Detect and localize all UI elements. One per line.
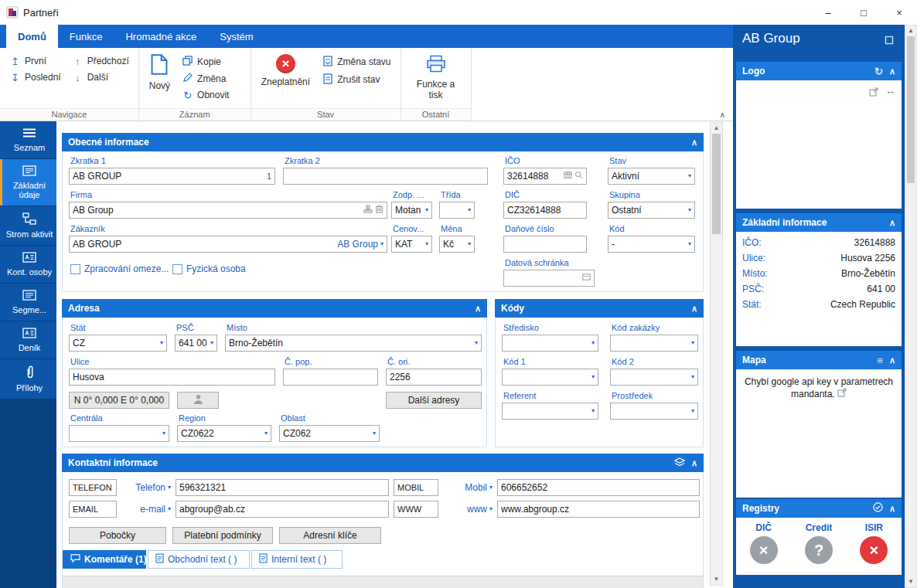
- contact-kind-combo[interactable]: e-mail ▾: [120, 501, 171, 518]
- tab-domu[interactable]: Domů: [6, 25, 58, 48]
- tab-obchodni-text[interactable]: Obchodní text ( ): [148, 550, 250, 569]
- zakaznik-link[interactable]: AB Group: [337, 239, 378, 250]
- next-record-button[interactable]: ↓ Další: [69, 70, 132, 84]
- cislo-orientacni-input[interactable]: 2256: [386, 369, 482, 386]
- stat-combo[interactable]: CZ ▾: [69, 335, 167, 352]
- contact-value-input[interactable]: abgroup@ab.cz: [176, 501, 389, 518]
- previous-record-button[interactable]: ↑ Předchozí: [69, 54, 132, 68]
- contact-type-input[interactable]: WWW: [394, 501, 438, 518]
- change-state-button[interactable]: Změna stavu: [319, 54, 394, 70]
- scrollbar-thumb[interactable]: [907, 36, 915, 183]
- tab-komentare[interactable]: Komentáře (1): [63, 550, 146, 569]
- kod2-combo[interactable]: ▾: [610, 369, 698, 386]
- trida-combo[interactable]: ▾: [439, 202, 475, 219]
- scroll-up-arrow[interactable]: ▲: [711, 123, 722, 134]
- open-external-icon[interactable]: [869, 86, 878, 100]
- skupina-combo[interactable]: Ostatní ▾: [608, 202, 695, 219]
- contact-value-input[interactable]: www.abgroup.cz: [497, 501, 700, 518]
- sidebar-item-segmentace[interactable]: Segme...: [0, 284, 56, 321]
- checkbox[interactable]: [172, 264, 182, 274]
- pin-icon[interactable]: [885, 34, 894, 48]
- collapse-icon[interactable]: ∧: [889, 505, 895, 513]
- refresh-button[interactable]: ↻ Obnovit: [179, 88, 232, 102]
- scroll-up-arrow[interactable]: ▲: [905, 25, 916, 36]
- zkratka1-input[interactable]: AB GROUP 1: [69, 168, 275, 185]
- platebni-podminky-button[interactable]: Platební podmínky: [172, 527, 273, 544]
- sidebar-item-denik[interactable]: Deník: [0, 321, 56, 359]
- collapse-icon[interactable]: ∧: [889, 67, 895, 76]
- referent-combo[interactable]: ▾: [502, 403, 598, 420]
- new-record-button[interactable]: Nový: [145, 53, 174, 93]
- sidebar-item-zakladni-udaje[interactable]: Základní údaje: [0, 159, 56, 206]
- collapse-icon[interactable]: ∧: [691, 304, 697, 313]
- region-combo[interactable]: CZ0622 ▾: [177, 425, 271, 442]
- collapse-icon[interactable]: ∧: [889, 219, 895, 227]
- mena-combo[interactable]: Kč ▾: [439, 236, 475, 253]
- collapse-icon[interactable]: ∧: [691, 459, 697, 467]
- open-map-icon[interactable]: [837, 389, 847, 399]
- contact-kind-combo[interactable]: Mobil ▾: [441, 479, 493, 496]
- kod-combo[interactable]: - ▾: [608, 236, 695, 253]
- collapse-icon[interactable]: ∧: [691, 138, 697, 147]
- firma-input[interactable]: AB Group: [69, 202, 387, 219]
- dalsi-adresy-button[interactable]: Další adresy: [386, 392, 482, 409]
- stredisko-combo[interactable]: ▾: [502, 335, 598, 352]
- minimize-button[interactable]: –: [810, 0, 846, 25]
- datova-schranka-input[interactable]: [503, 270, 595, 287]
- panel-scrollbar[interactable]: ▲ ▼: [905, 25, 917, 588]
- sidebar-item-strom-aktivit[interactable]: Strom aktivit: [0, 206, 56, 245]
- cancel-state-button[interactable]: Zrušit stav: [319, 72, 394, 87]
- checkbox[interactable]: [70, 264, 80, 274]
- contact-type-input[interactable]: EMAIL: [69, 501, 117, 518]
- centrala-combo[interactable]: ▾: [69, 425, 169, 442]
- kod-zakazky-combo[interactable]: ▾: [610, 335, 698, 352]
- collapse-icon[interactable]: ∧: [889, 356, 895, 365]
- functions-print-button[interactable]: Funkce a tisk: [407, 53, 465, 102]
- close-button[interactable]: ×: [881, 0, 917, 25]
- org-chart-icon[interactable]: [363, 205, 373, 216]
- layers-icon[interactable]: [674, 457, 685, 469]
- invalidate-button[interactable]: × Zneplatnění: [257, 53, 314, 89]
- danove-cislo-input[interactable]: [503, 236, 587, 253]
- check-circle-icon[interactable]: [873, 502, 883, 515]
- tab-funkce[interactable]: Funkce: [58, 25, 114, 48]
- contact-type-input[interactable]: TELEFON: [69, 479, 117, 496]
- ulice-input[interactable]: Husova: [69, 369, 275, 386]
- mailbox-icon[interactable]: [582, 273, 591, 284]
- edit-button[interactable]: Změna: [179, 71, 232, 86]
- lookup-icon[interactable]: [574, 171, 583, 182]
- adresni-klice-button[interactable]: Adresní klíče: [279, 527, 381, 544]
- contact-value-input[interactable]: 606652652: [497, 479, 700, 496]
- cislo-popisne-input[interactable]: [283, 369, 378, 386]
- contact-kind-combo[interactable]: www ▾: [441, 501, 493, 518]
- psc-combo[interactable]: 641 00 ▾: [175, 335, 217, 352]
- scroll-down-arrow[interactable]: ▼: [711, 574, 722, 585]
- grid-icon[interactable]: [564, 171, 572, 182]
- refresh-icon[interactable]: ↻: [874, 66, 883, 76]
- tab-hromadne-akce[interactable]: Hromadné akce: [114, 25, 208, 48]
- scroll-down-arrow[interactable]: ▼: [905, 576, 916, 587]
- stav-combo[interactable]: Aktivní ▾: [608, 168, 695, 185]
- first-record-button[interactable]: ↥ První: [6, 54, 64, 68]
- collapse-icon[interactable]: ∧: [475, 304, 481, 313]
- prostredek-combo[interactable]: ▾: [610, 403, 698, 420]
- zakaznik-combo[interactable]: AB GROUP AB Group ▾: [69, 236, 387, 253]
- registry-lookup-icon[interactable]: [375, 205, 384, 216]
- zpracovani-omezeni-checkbox[interactable]: Zpracování omeze...: [70, 263, 169, 274]
- zodpovedna-osoba-combo[interactable]: Motan ▾: [391, 202, 432, 219]
- kod1-combo[interactable]: ▾: [502, 369, 598, 386]
- dic-status-icon[interactable]: ×: [750, 536, 778, 564]
- contact-kind-combo[interactable]: Telefon ▾: [120, 479, 171, 496]
- hamburger-icon[interactable]: ≡: [877, 355, 883, 365]
- zkratka2-input[interactable]: [283, 168, 488, 185]
- ribbon-collapse-button[interactable]: ∧: [720, 110, 725, 119]
- resize-icon[interactable]: ↔: [885, 85, 895, 97]
- isir-status-icon[interactable]: ×: [860, 536, 888, 564]
- tab-system[interactable]: Systém: [208, 25, 264, 48]
- cenova-skupina-combo[interactable]: KAT ▾: [391, 236, 432, 253]
- ico-input[interactable]: 32614888: [503, 168, 587, 185]
- scrollbar-thumb[interactable]: [712, 134, 721, 234]
- credit-status-icon[interactable]: ?: [805, 536, 833, 564]
- oblast-combo[interactable]: CZ062 ▾: [279, 425, 380, 442]
- main-scrollbar[interactable]: ▲ ▼: [710, 122, 723, 586]
